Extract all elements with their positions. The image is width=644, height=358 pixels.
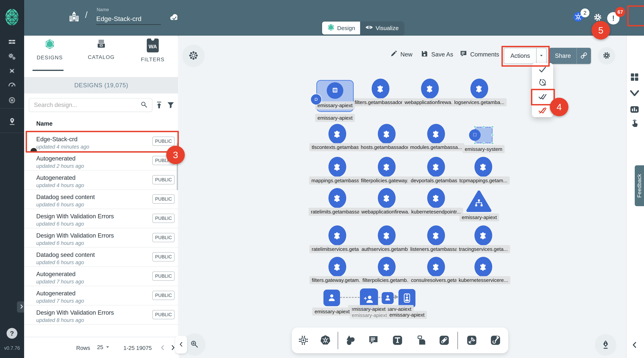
- canvas-node[interactable]: [427, 225, 445, 246]
- rail-hierarchy-v-icon[interactable]: [629, 89, 640, 100]
- design-name-input[interactable]: [96, 13, 161, 25]
- resize-handle[interactable]: [492, 126, 494, 128]
- tool-pencil-swirl-icon[interactable]: [490, 335, 501, 347]
- rows-per-page-select[interactable]: 25: [97, 344, 110, 351]
- previous-page-icon[interactable]: [159, 344, 166, 352]
- tab-filters[interactable]: WA FILTERS: [127, 38, 178, 63]
- tab-catalog[interactable]: CATALOG: [76, 38, 127, 60]
- canvas-node[interactable]: [421, 79, 439, 99]
- resize-handle[interactable]: [474, 126, 476, 128]
- design-list-item[interactable]: Design With Validation Errorsupdated 8 h…: [24, 305, 178, 325]
- tool-shapes-icon[interactable]: [345, 335, 356, 347]
- system-node-circle[interactable]: [469, 129, 481, 141]
- visibility-badge: PUBLIC: [152, 137, 174, 146]
- tool-link-tool-icon[interactable]: [438, 335, 450, 347]
- location-pin-icon[interactable]: [8, 117, 16, 127]
- feedback-tab[interactable]: Feedback: [635, 165, 644, 206]
- help-button[interactable]: ?: [6, 328, 17, 339]
- person-node[interactable]: [324, 290, 340, 306]
- design-list-item[interactable]: Edge-Stack-crdupdated 4 minutes agoPUBLI…: [24, 132, 178, 151]
- canvas-node[interactable]: [328, 124, 346, 144]
- copy-link-icon[interactable]: [576, 48, 591, 64]
- comments-button[interactable]: Comments: [460, 50, 499, 59]
- rail-chart-icon[interactable]: [629, 104, 640, 115]
- group-badge-pentagon-icon[interactable]: [311, 94, 321, 105]
- tab-visualize[interactable]: Visualize: [360, 21, 404, 34]
- publish-upload-icon[interactable]: [154, 101, 164, 111]
- canvas-node[interactable]: [427, 257, 445, 277]
- share-button[interactable]: Share: [549, 48, 591, 64]
- design-tools-button[interactable]: [595, 334, 616, 356]
- canvas-node[interactable]: [328, 188, 346, 208]
- tool-note-icon[interactable]: [416, 335, 428, 347]
- search-input[interactable]: [29, 99, 136, 111]
- sidebar-item-dashboard-icon[interactable]: [8, 37, 16, 47]
- design-list-item[interactable]: Design With Validation Errorsupdated 6 h…: [24, 228, 178, 248]
- tab-design[interactable]: Design: [322, 21, 360, 34]
- new-button[interactable]: New: [390, 50, 412, 59]
- canvas-node[interactable]: [328, 225, 346, 246]
- group-node-circle[interactable]: [327, 82, 343, 99]
- canvas-node[interactable]: [427, 188, 445, 208]
- tab-designs[interactable]: DESIGNS: [24, 38, 76, 61]
- canvas-node[interactable]: [427, 124, 445, 144]
- design-list-item[interactable]: Design With Validation Errorsupdated 6 h…: [24, 209, 178, 228]
- person-node[interactable]: [382, 292, 394, 304]
- tool-kubernetes-icon[interactable]: [320, 335, 331, 347]
- actions-caret[interactable]: [536, 48, 546, 64]
- canvas-node[interactable]: [378, 257, 396, 277]
- menu-item-update-history-icon[interactable]: [538, 78, 547, 88]
- menu-item-undeploy-strike-icon[interactable]: [538, 106, 547, 116]
- collapse-panel-button[interactable]: [175, 336, 187, 354]
- design-list-item[interactable]: Autogeneratedupdated 7 hours agoPUBLIC: [24, 286, 178, 305]
- sidebar-item-lifecycle-gears-icon[interactable]: [8, 52, 16, 62]
- layer5-logo-icon[interactable]: [5, 8, 19, 26]
- triangle-node[interactable]: [466, 191, 492, 212]
- filter-funnel-icon[interactable]: [166, 101, 175, 110]
- tool-pen-arrow-icon[interactable]: [466, 335, 478, 347]
- sidebar-item-extensions-icon[interactable]: [8, 96, 16, 105]
- organization-icon[interactable]: [68, 11, 80, 24]
- canvas-node[interactable]: [427, 157, 445, 177]
- resize-handle[interactable]: [492, 134, 494, 136]
- menu-item-deploy-double-check-icon[interactable]: [538, 92, 547, 102]
- tool-text-tool-icon[interactable]: [392, 335, 403, 347]
- tool-component-chip-icon[interactable]: [298, 335, 309, 347]
- rail-grid-icon[interactable]: [629, 72, 640, 83]
- component-hub-button[interactable]: [182, 45, 205, 67]
- resize-handle[interactable]: [492, 142, 494, 144]
- canvas-node[interactable]: [474, 157, 492, 177]
- design-list-item[interactable]: Datadog seed contentupdated 6 hours agoP…: [24, 190, 178, 209]
- design-list-item[interactable]: Autogeneratedupdated 4 hours agoPUBLIC: [24, 171, 178, 190]
- tool-comment-icon[interactable]: [368, 335, 379, 347]
- resize-handle[interactable]: [482, 126, 485, 128]
- canvas-node[interactable]: [474, 257, 492, 277]
- canvas-node[interactable]: [378, 124, 396, 144]
- pencil-icon: [390, 50, 398, 59]
- design-list-item[interactable]: Autogeneratedupdated 7 hours agoPUBLIC: [24, 267, 178, 286]
- resize-handle[interactable]: [474, 142, 476, 144]
- save-as-button[interactable]: Save As: [420, 50, 453, 59]
- rail-touch-icon[interactable]: [629, 119, 640, 130]
- design-list-item[interactable]: Datadog seed contentupdated 6 hours agoP…: [24, 248, 178, 267]
- node-label: kubernetesendpointr...: [409, 208, 463, 216]
- canvas-node[interactable]: [328, 257, 346, 277]
- canvas-node[interactable]: [378, 188, 396, 208]
- sidebar-item-performance-icon[interactable]: [8, 80, 16, 90]
- canvas-node[interactable]: [378, 225, 396, 246]
- canvas-node[interactable]: [470, 79, 488, 99]
- canvas-node[interactable]: [328, 157, 346, 177]
- list-scrollbar[interactable]: [177, 143, 178, 190]
- canvas-node[interactable]: [372, 79, 390, 99]
- design-list-item[interactable]: Autogeneratedupdated 2 hours agoPUBLIC: [24, 151, 178, 171]
- canvas-node[interactable]: [378, 157, 396, 177]
- resize-handle[interactable]: [482, 142, 485, 144]
- actions-button[interactable]: Actions: [504, 48, 546, 64]
- search-icon[interactable]: [140, 100, 148, 110]
- canvas-settings-button[interactable]: [598, 47, 615, 64]
- menu-item-validate-check-icon[interactable]: [538, 65, 547, 74]
- settings-gear-icon[interactable]: [593, 12, 603, 23]
- canvas-node[interactable]: [474, 225, 492, 246]
- sidebar-item-configuration-tools-icon[interactable]: [8, 67, 16, 76]
- collapse-rail-icon[interactable]: [630, 341, 639, 350]
